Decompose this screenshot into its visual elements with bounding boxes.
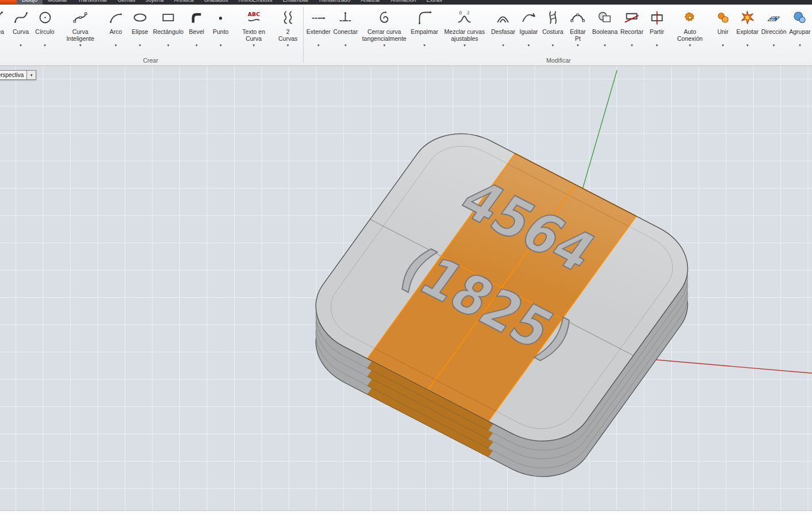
viewport-title-dropdown[interactable]: ▼ [27,70,36,80]
chevron-down-icon[interactable]: ▾ [115,43,117,49]
chevron-down-icon[interactable]: ▾ [631,43,633,49]
menu-tab-gemas[interactable]: Gemas [113,0,141,5]
chevron-down-icon[interactable]: ▾ [20,43,22,49]
chevron-down-icon[interactable]: ▾ [799,43,801,49]
menu-tab-joyeria[interactable]: Joyería [140,0,168,5]
group-icon [792,6,807,28]
seam-icon [545,6,561,28]
tool-explotar[interactable]: Explotar▾ [735,6,760,49]
tool-label: Texto en Curva [235,28,273,43]
tool-label: Costura [542,28,564,43]
menu-tab-ensamblar[interactable]: Ensamblar [278,0,314,5]
menu-tab-artistica[interactable]: Artística [168,0,198,5]
tool-circulo[interactable]: Círculo▾ [33,6,57,49]
menu-tab-modelar[interactable]: Modelar [43,0,72,5]
tool-2-curvas[interactable]: 2 Curvas▾ [275,6,301,49]
viewport-canvas[interactable]: 4564 (1825) [0,66,812,510]
chevron-down-icon[interactable]: ▾ [722,43,724,49]
tool-recortar[interactable]: Recortar▾ [619,6,645,49]
menu-tab-extras[interactable]: Extras [422,0,447,5]
tool-elipse[interactable]: Elipse▾ [128,6,152,49]
tool-texto-en-curva[interactable]: ABCTexto en Curva▾ [233,6,275,49]
tool-label: Desfasar [491,28,515,43]
tool-label: Línea [0,28,4,43]
chevron-down-icon[interactable]: ▾ [196,43,198,49]
chevron-down-icon[interactable]: ▾ [552,43,554,49]
tool-auto-conexion[interactable]: Auto Conexión▾ [669,6,711,49]
connect-icon [338,6,353,28]
chevron-down-icon[interactable]: ▾ [344,43,347,49]
tool-unir[interactable]: Unir▾ [711,6,735,49]
tool-booleana[interactable]: Booleana▾ [591,6,619,49]
chevron-down-icon[interactable]: ▾ [577,43,579,49]
tool-editar-pt[interactable]: Editar Pt▾ [565,6,591,49]
chevron-down-icon[interactable]: ▾ [528,43,530,49]
tool-igualar[interactable]: Igualar▾ [516,6,541,49]
tool-direccion[interactable]: Dirección▾ [760,6,787,49]
chevron-down-icon[interactable]: ▾ [287,43,289,49]
status-bar [0,510,812,515]
chevron-down-icon[interactable]: ▾ [746,43,749,49]
app-logo-tab[interactable] [0,0,17,5]
menu-tab-analizar[interactable]: Analizar [355,0,385,5]
chevron-down-icon[interactable]: ▾ [773,43,775,49]
toolbar-group-label: Crear [0,57,301,64]
tool-curva-inteligente[interactable]: Curva Inteligente▾ [57,6,104,49]
tool-rectangulo[interactable]: Rectángulo▾ [152,6,184,49]
tool-label: Booleana [592,28,618,43]
chevron-down-icon[interactable]: ▾ [167,43,170,49]
tool-label: Extender [307,28,331,43]
tool-label: 2 Curvas [277,28,300,43]
tool-label: Auto Conexión [671,28,709,43]
join-icon [715,6,731,28]
chevron-down-icon[interactable]: ▾ [656,43,658,49]
tool-label: Igualar [519,28,538,43]
point-icon [213,6,228,28]
chevron-down-icon[interactable]: ▾ [689,43,691,49]
viewport-title[interactable]: Perspectiva [0,70,27,80]
tool-empalmar[interactable]: Empalmar▾ [409,6,439,49]
menu-tab-grabados[interactable]: Grabados [199,0,233,5]
menu-tab-rhinoemboss[interactable]: RhinoEmboss [233,0,277,5]
tool-conectar[interactable]: Conectar▾ [332,6,359,49]
tool-arco[interactable]: Arco▾ [104,6,128,49]
tool-bevel[interactable]: Bevel▾ [185,6,209,49]
menu-tab-renderizado[interactable]: Renderizado [314,0,355,5]
extend-icon [311,6,326,28]
svg-text:0: 0 [459,10,462,16]
tool-extender[interactable]: Extender▾ [305,6,332,49]
smart-curve-icon [72,6,88,28]
chevron-down-icon[interactable]: ▾ [502,43,504,49]
chevron-down-icon[interactable]: ▾ [44,43,46,49]
chevron-down-icon[interactable]: ▾ [79,43,82,49]
tool-label: Conectar [334,28,358,43]
menu-tab-animacion[interactable]: Animación [385,0,421,5]
chevron-down-icon[interactable]: ▾ [604,43,606,49]
menu-tab-dibujo[interactable]: Dibujo [17,0,43,5]
chevron-down-icon[interactable]: ▾ [139,43,141,49]
chevron-down-icon[interactable]: ▾ [423,43,426,49]
menu-tab-transformar[interactable]: Transformar [72,0,112,5]
tool-label: Arco [110,28,122,43]
tool-linea[interactable]: Línea▾ [0,6,9,49]
tool-punto[interactable]: Punto▾ [209,6,233,49]
chevron-down-icon[interactable]: ▾ [464,43,466,49]
chevron-down-icon[interactable]: ▾ [383,43,385,49]
tool-label: Unir [717,28,728,43]
chevron-down-icon[interactable]: ▾ [317,43,320,49]
trim-icon [624,6,639,28]
chevron-down-icon[interactable]: ▾ [220,43,222,49]
auto-connect-icon [682,6,698,28]
tool-curva[interactable]: Curva▾ [9,6,33,49]
tool-cerrar-curva-tangencialmente[interactable]: Cerrar curva tangencialmente▾ [359,6,409,49]
tool-label: Cerrar curva tangencialmente [361,28,408,43]
tool-agrupar[interactable]: Agrupar▾ [788,6,812,49]
tool-desfasar[interactable]: Desfasar▾ [490,6,517,49]
svg-text:ABC: ABC [247,11,260,17]
tool-label: Mezclar curvas ajustables [441,28,488,43]
explode-icon [740,6,755,28]
tool-partir[interactable]: Partir▾ [645,6,669,49]
tool-mezclar-curvas-ajustables[interactable]: 02Mezclar curvas ajustables▾ [439,6,489,49]
tool-costura[interactable]: Costura▾ [541,6,565,49]
chevron-down-icon[interactable]: ▾ [252,43,255,49]
